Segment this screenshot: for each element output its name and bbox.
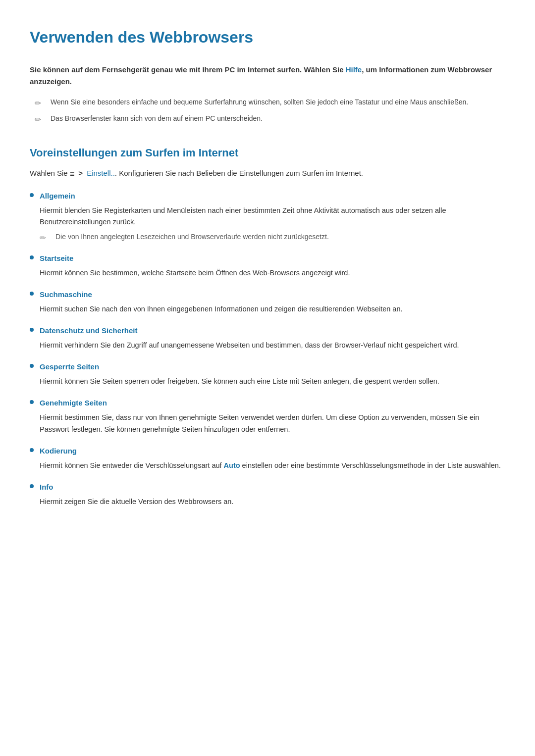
setting-desc-gesperrte: Hiermit können Sie Seiten sperren oder f…: [40, 376, 505, 387]
setting-desc-genehmigte: Hiermit bestimmen Sie, dass nur von Ihne…: [40, 412, 505, 435]
einstell-link[interactable]: Einstell..: [87, 169, 115, 177]
auto-link: Auto: [224, 461, 240, 469]
setting-item-startseite: Startseite Hiermit können Sie bestimmen,…: [30, 252, 505, 279]
bullet-dot: [30, 328, 34, 332]
intro-text-before: Sie können auf dem Fernsehgerät genau wi…: [30, 65, 346, 74]
page-title: Verwenden des Webbrowsers: [30, 25, 505, 50]
section-intro-after: . Konfigurieren Sie nach Belieben die Ei…: [115, 169, 363, 177]
setting-desc-suchmaschine: Hiermit suchen Sie nach den von Ihnen ei…: [40, 303, 505, 315]
setting-title-datenschutz: Datenschutz und Sicherheit: [40, 325, 138, 337]
setting-title-genehmigte: Genehmigte Seiten: [40, 397, 107, 409]
bullet-dot: [30, 364, 34, 368]
setting-item-kodierung: Kodierung Hiermit können Sie entweder di…: [30, 445, 505, 471]
setting-desc-kodierung: Hiermit können Sie entweder die Verschlü…: [40, 460, 505, 471]
setting-desc-datenschutz: Hiermit verhindern Sie den Zugriff auf u…: [40, 340, 505, 351]
setting-item-allgemein: Allgemein Hiermit blenden Sie Registerka…: [30, 190, 505, 242]
pencil-icon-2: ✏: [35, 113, 46, 124]
bullet-dot: [30, 193, 34, 197]
bullet-dot: [30, 292, 34, 296]
bullet-dot: [30, 400, 34, 404]
note-item-1: ✏ Wenn Sie eine besonders einfache und b…: [35, 97, 505, 108]
note-item-2: ✏ Das Browserfenster kann sich von dem a…: [35, 113, 505, 124]
hilfe-link[interactable]: Hilfe: [346, 65, 362, 74]
section-intro: Wählen Sie ≡> Einstell... Konfigurieren …: [30, 167, 505, 180]
section-title: Voreinstellungen zum Surfen im Internet: [30, 144, 505, 161]
setting-desc-startseite: Hiermit können Sie bestimmen, welche Sta…: [40, 267, 505, 279]
setting-item-suchmaschine: Suchmaschine Hiermit suchen Sie nach den…: [30, 289, 505, 315]
section-intro-before: Wählen Sie: [30, 169, 70, 177]
setting-title-allgemein: Allgemein: [40, 190, 75, 202]
note-text-2: Das Browserfenster kann sich von dem auf…: [51, 113, 263, 124]
intro-paragraph: Sie können auf dem Fernsehgerät genau wi…: [30, 64, 505, 88]
setting-title-startseite: Startseite: [40, 252, 73, 264]
setting-item-genehmigte: Genehmigte Seiten Hiermit bestimmen Sie,…: [30, 397, 505, 435]
setting-title-info: Info: [40, 481, 54, 493]
setting-item-gesperrte: Gesperrte Seiten Hiermit können Sie Seit…: [30, 361, 505, 387]
setting-desc-allgemein: Hiermit blenden Sie Registerkarten und M…: [40, 205, 505, 228]
bullet-dot: [30, 255, 34, 259]
setting-item-info: Info Hiermit zeigen Sie die aktuelle Ver…: [30, 481, 505, 507]
kodierung-desc-before: Hiermit können Sie entweder die Verschlü…: [40, 461, 224, 469]
setting-subnote-allgemein: ✏ Die von Ihnen angelegten Lesezeichen u…: [40, 231, 505, 243]
setting-desc-info: Hiermit zeigen Sie die aktuelle Version …: [40, 496, 505, 507]
setting-title-kodierung: Kodierung: [40, 445, 77, 457]
setting-title-gesperrte: Gesperrte Seiten: [40, 361, 99, 373]
setting-item-datenschutz: Datenschutz und Sicherheit Hiermit verhi…: [30, 325, 505, 351]
setting-title-suchmaschine: Suchmaschine: [40, 289, 92, 301]
arrow-icon: >: [78, 169, 83, 177]
settings-list: Allgemein Hiermit blenden Sie Registerka…: [30, 190, 505, 507]
bullet-dot: [30, 484, 34, 488]
pencil-icon-1: ✏: [35, 97, 46, 108]
notes-list: ✏ Wenn Sie eine besonders einfache und b…: [35, 97, 505, 124]
subnote-text-allgemein: Die von Ihnen angelegten Lesezeichen und…: [55, 231, 329, 242]
bullet-dot: [30, 448, 34, 452]
menu-icon: ≡: [70, 168, 74, 181]
kodierung-desc-after: einstellen oder eine bestimmte Verschlüs…: [240, 461, 501, 469]
note-text-1: Wenn Sie eine besonders einfache und beq…: [51, 97, 468, 107]
pencil-icon-allgemein: ✏: [40, 232, 51, 243]
